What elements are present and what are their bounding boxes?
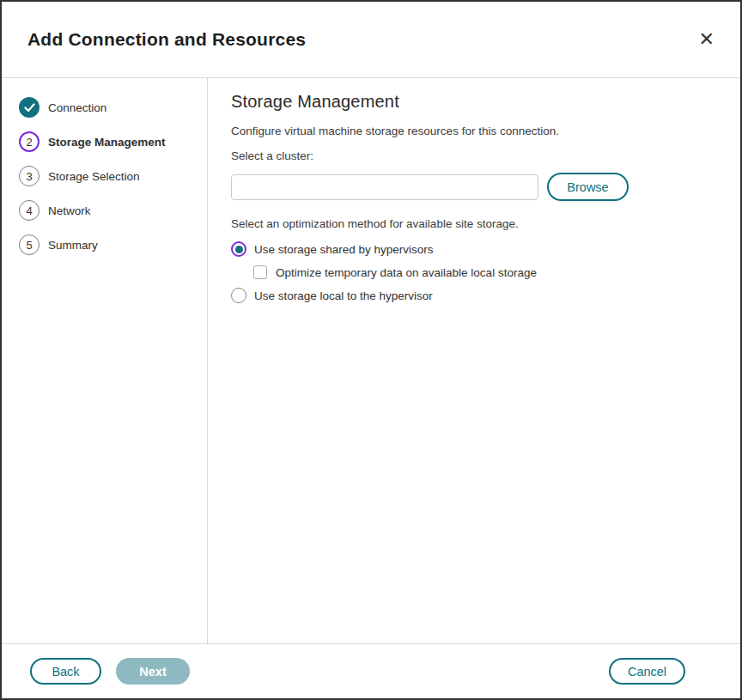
cluster-row: Browse xyxy=(231,173,715,201)
page-description: Configure virtual machine storage resour… xyxy=(231,125,715,137)
dialog-body: Connection 2 Storage Management 3 Storag… xyxy=(2,78,740,643)
step-number-badge: 4 xyxy=(19,200,40,221)
step-storage-selection[interactable]: 3 Storage Selection xyxy=(2,166,207,186)
cancel-button[interactable]: Cancel xyxy=(609,658,685,685)
step-label-connection: Connection xyxy=(48,101,106,114)
wizard-steps-sidebar: Connection 2 Storage Management 3 Storag… xyxy=(2,78,208,643)
dialog-footer: Back Next Cancel xyxy=(2,643,740,698)
step-label-network: Network xyxy=(48,204,91,217)
browse-button[interactable]: Browse xyxy=(547,173,629,201)
option-label: Optimize temporary data on available loc… xyxy=(276,266,537,279)
storage-management-panel: Storage Management Configure virtual mac… xyxy=(208,78,740,643)
check-icon xyxy=(24,103,35,113)
step-number-badge: 3 xyxy=(19,166,40,186)
cluster-field-label: Select a cluster: xyxy=(231,149,715,162)
add-connection-resources-dialog: Add Connection and Resources ✕ Connectio… xyxy=(0,0,742,700)
step-number-badge: 2 xyxy=(19,131,40,152)
step-complete-badge xyxy=(19,97,40,118)
step-storage-management[interactable]: 2 Storage Management xyxy=(2,131,207,152)
option-local-storage[interactable]: Use storage local to the hypervisor xyxy=(231,288,715,303)
radio-unselected-icon[interactable] xyxy=(231,288,246,303)
checkbox-unchecked-icon[interactable] xyxy=(253,265,267,279)
cluster-input[interactable] xyxy=(231,174,538,200)
step-label-storage-selection: Storage Selection xyxy=(48,170,140,183)
step-summary[interactable]: 5 Summary xyxy=(2,234,207,255)
dialog-title: Add Connection and Resources xyxy=(27,29,306,50)
dialog-header: Add Connection and Resources ✕ xyxy=(2,2,740,78)
next-button[interactable]: Next xyxy=(116,658,190,685)
step-connection[interactable]: Connection xyxy=(2,97,207,118)
close-icon[interactable]: ✕ xyxy=(694,27,720,52)
back-button[interactable]: Back xyxy=(30,658,101,685)
option-label: Use storage local to the hypervisor xyxy=(254,289,433,302)
option-label: Use storage shared by hypervisors xyxy=(254,243,434,256)
radio-selected-icon[interactable] xyxy=(231,241,246,257)
optimization-method-label: Select an optimization method for availa… xyxy=(231,217,715,230)
option-optimize-temp-data[interactable]: Optimize temporary data on available loc… xyxy=(253,265,715,279)
step-number-badge: 5 xyxy=(19,234,40,255)
step-network[interactable]: 4 Network xyxy=(2,200,207,221)
step-label-storage-management: Storage Management xyxy=(48,136,166,149)
step-label-summary: Summary xyxy=(48,239,98,252)
page-title: Storage Management xyxy=(231,92,715,112)
option-shared-storage[interactable]: Use storage shared by hypervisors xyxy=(231,241,715,257)
